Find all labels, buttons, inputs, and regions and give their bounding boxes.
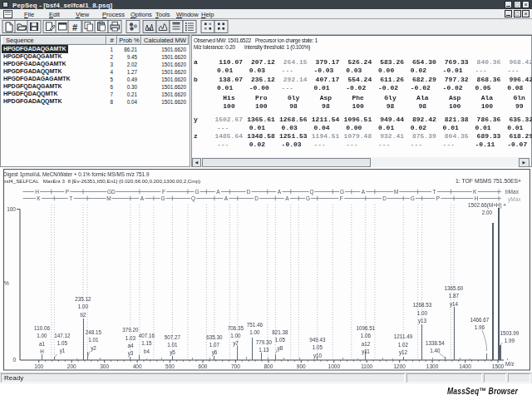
svg-text:1.02: 1.02 bbox=[398, 342, 409, 348]
svg-text:G: G bbox=[306, 195, 310, 201]
svg-text:GD: GD bbox=[107, 189, 116, 195]
svg-text:%: % bbox=[4, 280, 9, 286]
svg-text:A: A bbox=[140, 195, 145, 201]
svg-text:949.43: 949.43 bbox=[309, 337, 326, 343]
svg-text:235.12: 235.12 bbox=[75, 296, 91, 302]
svg-text:y14: y14 bbox=[450, 301, 459, 308]
svg-text:379.20: 379.20 bbox=[122, 327, 139, 333]
svg-text:200: 200 bbox=[67, 363, 76, 369]
svg-text:y5: y5 bbox=[170, 349, 175, 356]
svg-text:b2: b2 bbox=[80, 312, 86, 318]
svg-text:F: F bbox=[162, 189, 165, 195]
svg-text:0: 0 bbox=[12, 357, 16, 363]
svg-text:G: G bbox=[195, 189, 200, 195]
svg-text:1.00: 1.00 bbox=[37, 333, 47, 338]
svg-text:G: G bbox=[411, 195, 415, 201]
svg-text:P: P bbox=[436, 195, 440, 201]
svg-text:M: M bbox=[106, 195, 111, 201]
svg-text:D: D bbox=[382, 195, 387, 201]
svg-text:Q: Q bbox=[310, 189, 314, 195]
svg-text:1.00: 1.00 bbox=[78, 304, 89, 309]
svg-text:y8: y8 bbox=[278, 345, 283, 352]
svg-text:H: H bbox=[35, 189, 39, 195]
svg-text:779.30: 779.30 bbox=[256, 339, 273, 345]
svg-text:yMax: yMax bbox=[508, 196, 521, 203]
svg-text:y3: y3 bbox=[128, 350, 134, 357]
svg-text:1400: 1400 bbox=[459, 363, 471, 369]
svg-text:1365.60: 1365.60 bbox=[445, 285, 464, 291]
svg-text:H: H bbox=[40, 348, 44, 354]
svg-text:1503.99: 1503.99 bbox=[500, 330, 520, 336]
svg-text:A: A bbox=[224, 195, 229, 201]
svg-text:Digest 1pmol/uL MeCN/Water + 0: Digest 1pmol/uL MeCN/Water + 0.1% formic… bbox=[3, 171, 150, 178]
svg-text:1300: 1300 bbox=[426, 363, 439, 369]
svg-text:2.00: 2.00 bbox=[482, 210, 493, 215]
svg-text:1.06: 1.06 bbox=[361, 333, 372, 338]
svg-text:1: TOF MSMS 751.50ES+: 1: TOF MSMS 751.50ES+ bbox=[456, 178, 521, 184]
svg-text:635.30: 635.30 bbox=[206, 334, 223, 340]
svg-text:751.46: 751.46 bbox=[247, 322, 264, 328]
svg-text:1.96: 1.96 bbox=[475, 324, 485, 330]
svg-text:1.40: 1.40 bbox=[430, 348, 441, 353]
svg-text:1500: 1500 bbox=[492, 363, 505, 369]
svg-text:1.05: 1.05 bbox=[57, 340, 68, 346]
svg-text:1.03: 1.03 bbox=[126, 335, 136, 341]
svg-text:1.87: 1.87 bbox=[449, 293, 460, 299]
svg-text:507.27: 507.27 bbox=[165, 334, 181, 340]
svg-text:1.99: 1.99 bbox=[505, 338, 515, 343]
svg-text:900: 900 bbox=[297, 363, 306, 369]
svg-text:y2: y2 bbox=[91, 345, 96, 352]
svg-text:A: A bbox=[278, 189, 282, 195]
svg-text:b4: b4 bbox=[144, 348, 150, 354]
svg-text:706.35: 706.35 bbox=[228, 325, 244, 331]
svg-text:1.00: 1.00 bbox=[249, 329, 260, 335]
svg-text:y6: y6 bbox=[212, 349, 218, 356]
svg-text:821.38: 821.38 bbox=[272, 329, 288, 335]
svg-text:1096.51: 1096.51 bbox=[357, 325, 376, 331]
svg-text:1211.49: 1211.49 bbox=[394, 333, 413, 339]
svg-text:700: 700 bbox=[231, 363, 240, 369]
svg-text:1.05: 1.05 bbox=[275, 337, 286, 343]
svg-text:1466.67: 1466.67 bbox=[470, 317, 490, 323]
svg-text:a1: a1 bbox=[39, 341, 46, 347]
svg-text:T: T bbox=[433, 189, 436, 195]
svg-text:1200: 1200 bbox=[393, 363, 406, 369]
svg-text:100: 100 bbox=[34, 363, 43, 369]
svg-text:a12: a12 bbox=[362, 341, 371, 347]
svg-text:1338.54: 1338.54 bbox=[426, 340, 445, 346]
svg-text:407.16: 407.16 bbox=[139, 333, 155, 338]
svg-text:A: A bbox=[285, 195, 289, 201]
svg-text:G: G bbox=[340, 189, 344, 195]
svg-text:800: 800 bbox=[264, 363, 273, 369]
svg-text:Q: Q bbox=[191, 195, 195, 202]
svg-text:1.01: 1.01 bbox=[167, 342, 178, 348]
svg-text:G: G bbox=[161, 195, 165, 201]
svg-text:M/z: M/z bbox=[505, 361, 514, 367]
svg-text:K: K bbox=[473, 189, 477, 195]
svg-text:A: A bbox=[362, 189, 366, 195]
svg-text:100: 100 bbox=[7, 206, 16, 212]
svg-text:y1: y1 bbox=[60, 348, 66, 354]
svg-text:1502.66(M+H) +: 1502.66(M+H) + bbox=[468, 202, 506, 209]
svg-text:F: F bbox=[340, 195, 343, 201]
svg-text:1.05: 1.05 bbox=[313, 344, 323, 350]
svg-text:a4: a4 bbox=[127, 343, 134, 348]
svg-text:110.06: 110.06 bbox=[34, 325, 50, 331]
svg-text:T: T bbox=[69, 195, 72, 201]
svg-text:1100: 1100 bbox=[361, 363, 372, 369]
svg-text:y13: y13 bbox=[418, 318, 427, 324]
svg-text:300: 300 bbox=[100, 363, 109, 369]
svg-text:bMax: bMax bbox=[505, 189, 520, 195]
svg-text:600: 600 bbox=[199, 363, 208, 369]
svg-text:147.12: 147.12 bbox=[54, 333, 71, 338]
svg-text:D: D bbox=[254, 195, 259, 201]
svg-text:K: K bbox=[37, 195, 41, 201]
svg-text:bsf4_SELFCAL MaxEnt 3 8 [Ev: bsf4_SELFCAL MaxEnt 3 8 [Ev-26351,It50,E… bbox=[3, 178, 200, 184]
svg-text:1000: 1000 bbox=[328, 363, 341, 369]
svg-text:#: # bbox=[72, 22, 77, 32]
svg-text:1.13: 1.13 bbox=[259, 347, 269, 353]
svg-text:1.15: 1.15 bbox=[141, 340, 152, 346]
svg-text:M: M bbox=[394, 189, 398, 195]
svg-text:1.01: 1.01 bbox=[88, 337, 99, 343]
svg-text:y10: y10 bbox=[313, 353, 323, 359]
